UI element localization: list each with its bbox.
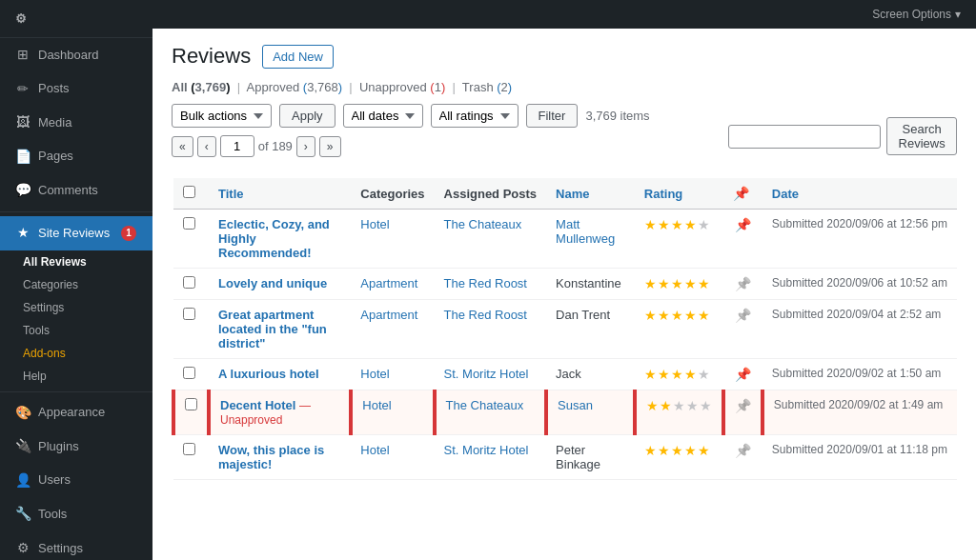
sidebar-item-label: Posts bbox=[38, 80, 70, 97]
apply-button[interactable]: Apply bbox=[279, 104, 336, 128]
sidebar-subitem-settings[interactable]: Settings bbox=[0, 296, 152, 319]
review-title-link[interactable]: Wow, this place is majestic! bbox=[218, 443, 324, 471]
category-link[interactable]: Apartment bbox=[360, 308, 417, 322]
date-column-header[interactable]: Date bbox=[762, 178, 957, 210]
filter-unapproved[interactable]: Unapproved (1) bbox=[359, 80, 449, 94]
filter-trash[interactable]: Trash (2) bbox=[462, 80, 512, 94]
reviewer-name: Dan Trent bbox=[556, 308, 610, 322]
row-checkbox[interactable] bbox=[183, 217, 195, 230]
sidebar-item-posts[interactable]: ✏ Posts bbox=[0, 72, 152, 107]
title-column-header[interactable]: Title bbox=[209, 178, 351, 210]
name-column-header[interactable]: Name bbox=[546, 178, 635, 210]
review-title-link[interactable]: Eclectic, Cozy, and Highly Recommended! bbox=[218, 217, 330, 260]
assigned-post-link[interactable]: The Chateaux bbox=[444, 217, 522, 231]
sidebar-item-dashboard[interactable]: ⊞ Dashboard bbox=[0, 38, 152, 72]
submission-date: Submitted 2020/09/06 at 10:52 am bbox=[762, 269, 957, 300]
select-all-checkbox[interactable] bbox=[183, 186, 195, 198]
reviewer-name-link[interactable]: Matt Mullenweg bbox=[556, 217, 615, 246]
unpin-icon: 📌 bbox=[735, 276, 751, 291]
page-header: Reviews Add New bbox=[172, 44, 957, 69]
assigned-post-link[interactable]: The Red Roost bbox=[444, 276, 527, 290]
pin-column-header: 📌 bbox=[723, 178, 762, 210]
row-checkbox[interactable] bbox=[185, 398, 197, 410]
search-input[interactable] bbox=[728, 125, 881, 149]
table-body: Eclectic, Cozy, and Highly Recommended!H… bbox=[173, 210, 957, 480]
sidebar-item-tools[interactable]: 🔧 Tools bbox=[0, 497, 152, 531]
search-reviews-button[interactable]: Search Reviews bbox=[886, 117, 957, 155]
row-checkbox[interactable] bbox=[183, 367, 195, 379]
categories-label: Categories bbox=[23, 278, 78, 291]
sidebar-subitem-help[interactable]: Help bbox=[0, 365, 152, 388]
star-3: ★ bbox=[671, 367, 683, 382]
filter-approved[interactable]: Approved (3,768) bbox=[247, 80, 346, 94]
tools-icon: 🔧 bbox=[15, 505, 30, 524]
pinned-icon: 📌 bbox=[735, 367, 751, 382]
rating-column-header[interactable]: Rating bbox=[635, 178, 723, 210]
star-5: ★ bbox=[698, 217, 710, 232]
site-logo: ⚙ bbox=[0, 0, 152, 38]
category-link[interactable]: Hotel bbox=[360, 443, 389, 457]
sidebar-item-pages[interactable]: 📄 Pages bbox=[0, 140, 152, 174]
plugins-icon: 🔌 bbox=[15, 437, 30, 456]
admin-bar: Screen Options ▾ bbox=[152, 0, 976, 29]
assigned-posts-column-header: Assigned Posts bbox=[435, 178, 547, 210]
sidebar-item-media[interactable]: 🖼 Media bbox=[0, 106, 152, 140]
sidebar-item-comments[interactable]: 💬 Comments bbox=[0, 173, 152, 208]
star-rating: ★★★★★ bbox=[646, 398, 712, 413]
sidebar-item-label: Site Reviews bbox=[38, 225, 110, 242]
reviewer-name-link[interactable]: Susan bbox=[558, 398, 593, 412]
submission-date: Submitted 2020/09/02 at 1:49 am bbox=[762, 390, 957, 435]
submission-date: Submitted 2020/09/01 at 11:18 pm bbox=[762, 435, 957, 480]
row-checkbox[interactable] bbox=[183, 443, 195, 455]
assigned-post-link[interactable]: St. Moritz Hotel bbox=[444, 367, 529, 381]
assigned-post-link[interactable]: The Red Roost bbox=[444, 308, 527, 322]
assigned-post-link[interactable]: St. Moritz Hotel bbox=[444, 443, 529, 457]
filter-button[interactable]: Filter bbox=[526, 104, 579, 128]
star-3: ★ bbox=[673, 398, 685, 413]
help-label: Help bbox=[23, 370, 47, 383]
sidebar-subitem-tools[interactable]: Tools bbox=[0, 319, 152, 342]
star-rating: ★★★★★ bbox=[644, 217, 714, 232]
prev-page-button[interactable]: ‹ bbox=[197, 136, 216, 157]
review-title-link[interactable]: A luxurious hotel bbox=[218, 367, 319, 381]
dates-select[interactable]: All dates bbox=[343, 104, 423, 128]
search-bar: Search Reviews bbox=[728, 117, 957, 155]
sidebar-subitem-addons[interactable]: Add-ons bbox=[0, 342, 152, 365]
star-rating: ★★★★★ bbox=[644, 276, 714, 291]
star-rating: ★★★★★ bbox=[644, 443, 714, 458]
bulk-actions-select[interactable]: Bulk actions bbox=[172, 104, 272, 128]
sidebar-item-settings[interactable]: ⚙ Settings bbox=[0, 531, 152, 560]
filter-all[interactable]: All (3,769) bbox=[172, 80, 234, 94]
category-link[interactable]: Hotel bbox=[362, 398, 391, 412]
sidebar-item-label: Dashboard bbox=[38, 47, 99, 64]
category-link[interactable]: Apartment bbox=[360, 276, 417, 290]
sidebar-item-users[interactable]: 👤 Users bbox=[0, 464, 152, 498]
category-link[interactable]: Hotel bbox=[360, 217, 389, 231]
sidebar-subitem-categories[interactable]: Categories bbox=[0, 273, 152, 296]
row-checkbox[interactable] bbox=[183, 308, 195, 320]
ratings-select[interactable]: All ratings bbox=[431, 104, 518, 128]
first-page-button[interactable]: « bbox=[172, 136, 193, 157]
users-icon: 👤 bbox=[15, 471, 30, 490]
categories-column-header: Categories bbox=[351, 178, 434, 210]
review-title-link[interactable]: Great apartment located in the "fun dist… bbox=[218, 308, 327, 350]
star-icon: ★ bbox=[15, 224, 30, 243]
star-3: ★ bbox=[671, 308, 683, 323]
category-link[interactable]: Hotel bbox=[360, 367, 389, 381]
next-page-button[interactable]: › bbox=[296, 136, 315, 157]
sidebar-subitem-all-reviews[interactable]: All Reviews bbox=[0, 250, 152, 273]
row-checkbox[interactable] bbox=[183, 276, 195, 289]
assigned-post-link[interactable]: The Chateaux bbox=[446, 398, 524, 412]
review-title-link[interactable]: Decent Hotel bbox=[220, 398, 295, 412]
main-content: Reviews Add New All (3,769) | Approved (… bbox=[152, 29, 976, 560]
review-title-link[interactable]: Lovely and unique bbox=[218, 276, 327, 290]
screen-options-button[interactable]: Screen Options ▾ bbox=[872, 8, 961, 21]
sidebar-item-appearance[interactable]: 🎨 Appearance bbox=[0, 396, 152, 430]
page-input[interactable]: 1 bbox=[220, 135, 254, 157]
sidebar-item-plugins[interactable]: 🔌 Plugins bbox=[0, 430, 152, 464]
table-row: Lovely and uniqueApartmentThe Red RoostK… bbox=[173, 269, 957, 300]
star-2: ★ bbox=[660, 398, 672, 413]
last-page-button[interactable]: » bbox=[319, 136, 341, 157]
add-new-button[interactable]: Add New bbox=[262, 45, 334, 69]
sidebar-item-site-reviews[interactable]: ★ Site Reviews 1 bbox=[0, 216, 152, 250]
